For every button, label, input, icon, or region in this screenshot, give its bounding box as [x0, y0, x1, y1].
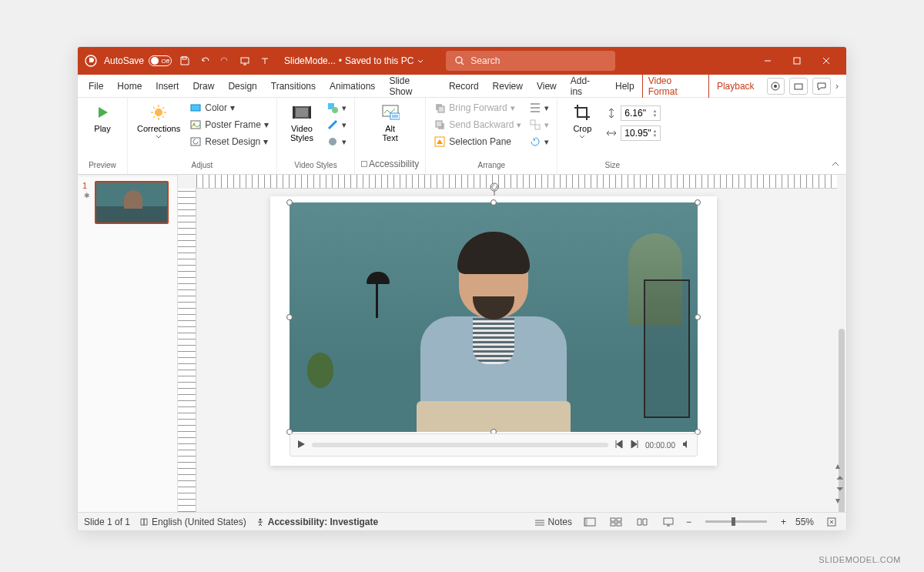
notes-button[interactable]: Notes [534, 517, 572, 527]
slide-counter[interactable]: Slide 1 of 1 [84, 517, 130, 527]
prev-slide-full-icon[interactable]: ⏶ [835, 472, 845, 483]
video-play-icon[interactable] [296, 440, 306, 451]
poster-frame-button[interactable]: Poster Frame ▾ [188, 118, 270, 132]
play-button[interactable]: Play [84, 101, 121, 135]
height-input[interactable]: 6.16"▲▼ [621, 105, 661, 121]
toggle-off-icon[interactable]: Off [149, 55, 172, 66]
search-box[interactable]: Search [446, 51, 615, 71]
svg-rect-28 [535, 125, 540, 129]
svg-rect-16 [309, 106, 311, 119]
video-border-button[interactable]: ▾ [325, 118, 348, 132]
corrections-button[interactable]: Corrections [134, 101, 183, 141]
tab-playback[interactable]: Playback [711, 78, 761, 95]
autosave-toggle[interactable]: AutoSave Off [104, 55, 172, 66]
video-shape-button[interactable]: ▾ [325, 101, 348, 115]
next-slide-full-icon[interactable]: ⏷ [835, 483, 845, 494]
comments-button[interactable] [812, 78, 831, 95]
slide-thumbnails[interactable]: 1 ✱ [78, 175, 178, 512]
slide-canvas[interactable]: 00:00.00 ▴ ⏶ ⏷ ▾ [178, 175, 846, 512]
coming-soon-button[interactable] [789, 78, 808, 95]
svg-rect-14 [296, 108, 308, 117]
resize-handle[interactable] [695, 314, 701, 320]
accessibility-status[interactable]: Accessibility: Investigate [256, 517, 378, 527]
tab-review[interactable]: Review [487, 78, 529, 95]
accessibility-icon [256, 517, 265, 527]
bring-forward-button[interactable]: Bring Forward ▾ [432, 101, 523, 115]
video-seek-track[interactable] [312, 443, 608, 447]
tab-slideshow[interactable]: Slide Show [383, 72, 441, 100]
prev-slide-icon[interactable]: ▴ [835, 460, 845, 471]
reset-design-button[interactable]: Reset Design ▾ [188, 135, 270, 149]
rotate-handle-icon[interactable] [488, 182, 500, 198]
width-input[interactable]: 10.95"▲▼ [621, 125, 661, 141]
tab-insert[interactable]: Insert [149, 78, 185, 95]
resize-handle[interactable] [286, 314, 293, 320]
step-forward-icon[interactable] [630, 440, 639, 451]
slide[interactable]: 00:00.00 [270, 196, 717, 466]
undo-icon[interactable] [198, 54, 212, 68]
language-indicator[interactable]: English (United States) [139, 517, 246, 527]
rotate-button[interactable]: ▾ [527, 135, 551, 149]
tab-animations[interactable]: Animations [323, 78, 381, 95]
resize-handle[interactable] [490, 199, 497, 206]
zoom-level[interactable]: 55% [795, 517, 814, 527]
zoom-in-button[interactable]: + [781, 517, 786, 527]
svg-rect-36 [617, 523, 621, 526]
minimize-button[interactable] [754, 49, 782, 72]
crop-button[interactable]: Crop [564, 101, 601, 141]
slide-nav-buttons[interactable]: ▴ ⏶ ⏷ ▾ [835, 460, 845, 506]
color-button[interactable]: Color ▾ [188, 101, 270, 115]
next-slide-icon[interactable]: ▾ [835, 495, 845, 506]
thumbnail-preview [95, 181, 169, 224]
sorter-view-icon[interactable] [608, 515, 624, 529]
send-backward-button[interactable]: Send Backward ▾ [432, 118, 523, 132]
zoom-slider[interactable] [705, 520, 767, 523]
slideshow-view-icon[interactable] [660, 515, 677, 529]
align-button[interactable]: ▾ [527, 101, 551, 115]
tab-view[interactable]: View [531, 78, 563, 95]
document-title[interactable]: SlideMode... • Saved to this PC [284, 55, 424, 66]
tab-design[interactable]: Design [222, 78, 263, 95]
resize-handle[interactable] [695, 199, 701, 206]
svg-point-18 [332, 107, 338, 113]
close-button[interactable] [812, 49, 840, 72]
step-back-icon[interactable] [614, 440, 624, 451]
tab-file[interactable]: File [82, 78, 109, 95]
tab-addins[interactable]: Add-ins [564, 72, 608, 100]
redo-icon[interactable] [218, 54, 232, 68]
volume-icon[interactable] [681, 440, 691, 451]
customize-qat-icon[interactable] [258, 54, 272, 68]
present-icon[interactable] [238, 54, 252, 68]
status-bar: Slide 1 of 1 English (United States) Acc… [78, 512, 846, 530]
camera-button[interactable] [767, 78, 785, 95]
resize-handle[interactable] [286, 199, 293, 206]
zoom-out-button[interactable]: − [686, 517, 691, 527]
svg-rect-7 [795, 84, 802, 89]
video-styles-button[interactable]: Video Styles [283, 101, 320, 144]
watermark: SLIDEMODEL.COM [819, 555, 901, 564]
ribbon-overflow-icon[interactable]: › [832, 81, 842, 92]
selection-pane-button[interactable]: Selection Pane [432, 135, 523, 149]
video-object[interactable] [290, 202, 698, 432]
tab-draw[interactable]: Draw [186, 78, 220, 95]
fit-window-icon[interactable] [823, 515, 840, 529]
svg-rect-10 [191, 121, 200, 129]
reading-view-icon[interactable] [634, 515, 651, 529]
maximize-button[interactable] [783, 49, 811, 72]
autosave-label: AutoSave [104, 55, 144, 66]
collapse-ribbon-icon[interactable] [831, 159, 840, 171]
tab-help[interactable]: Help [609, 78, 641, 95]
tab-video-format[interactable]: Video Format [642, 72, 709, 100]
alt-text-button[interactable]: Alt Text [372, 101, 409, 144]
video-still [290, 202, 698, 432]
notes-icon [534, 517, 545, 527]
svg-rect-32 [584, 518, 588, 526]
tab-record[interactable]: Record [443, 78, 485, 95]
group-button[interactable]: ▾ [527, 118, 551, 132]
normal-view-icon[interactable] [581, 515, 598, 529]
video-effects-button[interactable]: ▾ [325, 135, 348, 149]
tab-home[interactable]: Home [111, 78, 148, 95]
thumbnail-1[interactable]: 1 ✱ [84, 181, 171, 224]
tab-transitions[interactable]: Transitions [265, 78, 322, 95]
save-icon[interactable] [178, 54, 192, 68]
